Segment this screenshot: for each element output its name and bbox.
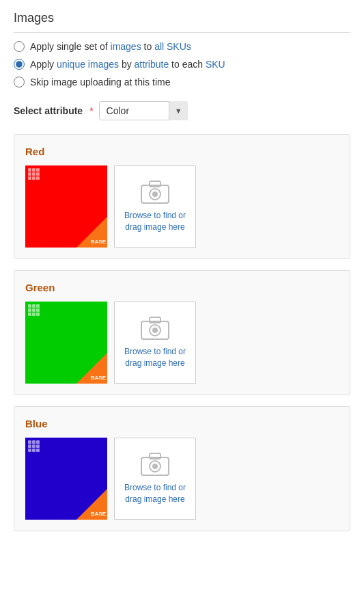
upload-box-green[interactable]: Browse to find ordrag image here — [114, 302, 196, 384]
attribute-name-green: Green — [25, 282, 339, 293]
camera-icon-green — [140, 316, 170, 341]
attribute-section-green: Green BASE Browse to find o — [14, 270, 350, 395]
base-badge-text-green: BASE — [91, 375, 106, 381]
radio-unique-label: Apply unique images by attribute to each… — [30, 59, 225, 70]
upload-box-red[interactable]: Browse to find ordrag image here — [114, 165, 196, 248]
radio-skip-label: Skip image uploading at this time — [30, 77, 170, 88]
base-image-container-green: BASE — [25, 302, 107, 384]
attribute-section-blue: Blue BASE Browse to find or — [14, 406, 350, 531]
attribute-select[interactable]: Color Size Material — [99, 101, 188, 120]
svg-point-7 — [152, 328, 158, 333]
attribute-images-row-green: BASE Browse to find ordrag image here — [25, 302, 339, 384]
camera-icon-blue — [140, 452, 170, 477]
grid-icon-green — [28, 304, 40, 316]
attribute-name-blue: Blue — [25, 418, 339, 429]
required-star: * — [89, 105, 93, 116]
attribute-name-red: Red — [25, 146, 339, 157]
base-badge-text-red: BASE — [91, 239, 106, 245]
select-attribute-row: Select attribute * Color Size Material ▼ — [14, 101, 350, 120]
radio-single-label: Apply single set of images to all SKUs — [30, 41, 191, 52]
radio-skip-input[interactable] — [14, 77, 25, 88]
base-badge-text-blue: BASE — [91, 511, 106, 517]
upload-box-blue[interactable]: Browse to find ordrag image here — [114, 438, 196, 520]
radio-unique-link-images[interactable]: images — [88, 59, 119, 70]
base-image-container-blue: BASE — [25, 438, 107, 520]
svg-point-3 — [152, 191, 158, 197]
base-image-container-red: BASE — [25, 165, 107, 248]
camera-icon-red — [140, 180, 170, 204]
attribute-section-red: Red BASE Browse to find ord — [14, 134, 350, 259]
radio-single[interactable]: Apply single set of images to all SKUs — [14, 41, 350, 52]
svg-point-11 — [152, 464, 158, 469]
grid-icon-red — [28, 168, 40, 180]
radio-unique-link-sku[interactable]: SKU — [206, 59, 225, 70]
radio-single-link-skus[interactable]: all SKUs — [154, 41, 191, 52]
radio-single-input[interactable] — [14, 41, 25, 52]
page-title: Images — [14, 11, 350, 33]
radio-unique-input[interactable] — [14, 59, 25, 70]
select-attribute-label: Select attribute — [14, 105, 83, 116]
attribute-images-row-red: BASE Browse to find ordrag image here — [25, 165, 339, 248]
upload-text-blue: Browse to find ordrag image here — [124, 482, 186, 505]
radio-single-link-images[interactable]: images — [111, 41, 141, 52]
upload-text-red: Browse to find ordrag image here — [124, 210, 186, 233]
radio-unique[interactable]: Apply unique images by attribute to each… — [14, 59, 350, 70]
page-container: Images Apply single set of images to all… — [0, 0, 364, 553]
radio-group: Apply single set of images to all SKUs A… — [14, 41, 350, 88]
radio-unique-link-attribute[interactable]: attribute — [135, 59, 169, 70]
select-wrapper: Color Size Material ▼ — [99, 101, 188, 120]
radio-unique-link-unique[interactable]: unique — [57, 59, 85, 70]
grid-icon-blue — [28, 440, 40, 452]
upload-text-green: Browse to find ordrag image here — [124, 346, 186, 369]
radio-skip[interactable]: Skip image uploading at this time — [14, 77, 350, 88]
attribute-images-row-blue: BASE Browse to find ordrag image here — [25, 438, 339, 520]
